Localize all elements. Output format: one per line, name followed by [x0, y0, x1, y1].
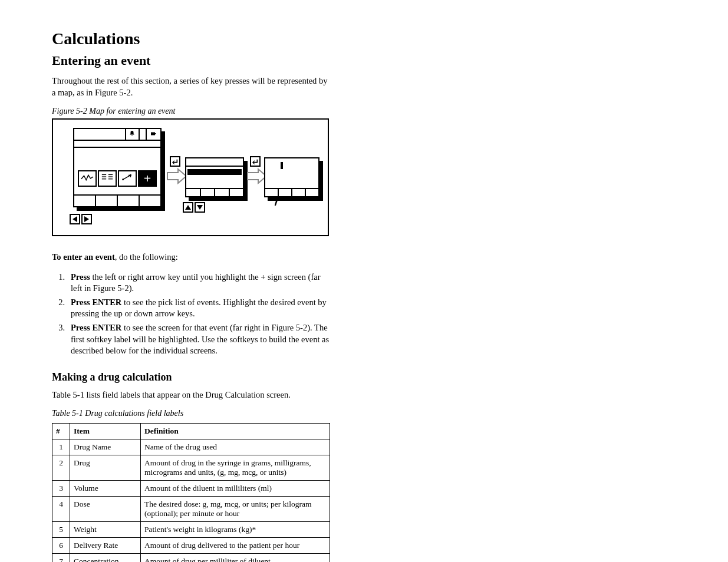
table-caption: Table 5-1 Drug calculations field labels — [52, 409, 330, 418]
tab-vector[interactable] — [118, 170, 137, 187]
plus-icon: + — [144, 172, 151, 185]
tab-plus[interactable]: + — [138, 170, 157, 187]
table-row: 6Delivery RateAmount of drug delivered t… — [52, 538, 330, 554]
table-row: 5WeightPatient's weight in kilograms (kg… — [52, 522, 330, 538]
subsection-paragraph: Table 5-1 lists field labels that appear… — [52, 389, 330, 401]
list-icon — [101, 173, 114, 184]
page-title: Calculations — [52, 29, 330, 48]
svg-line-10 — [123, 175, 131, 179]
screen-event — [264, 157, 319, 197]
arrow-keys-ud — [183, 202, 205, 213]
tab-list[interactable] — [98, 170, 117, 187]
step-1: 1. Press the left or right arrow key unt… — [52, 272, 330, 295]
svg-rect-0 — [151, 133, 155, 135]
drug-table: # Item Definition 1Drug NameName of the … — [52, 423, 330, 562]
table-row: 4DoseThe desired dose: g, mg, mcg, or un… — [52, 497, 330, 522]
arrow-right-icon — [166, 168, 187, 184]
intro-paragraph: Throughout the rest of this section, a s… — [52, 75, 330, 98]
enter-key-icon — [170, 156, 180, 167]
battery-icon — [150, 129, 157, 140]
figure-map: + — [52, 118, 329, 236]
enter-key-icon — [250, 156, 261, 167]
waveform-icon — [81, 173, 94, 184]
picklist-highlight — [187, 169, 242, 175]
bell-icon — [129, 129, 136, 140]
step-3: 3. Press ENTER to see the screen for tha… — [52, 322, 330, 357]
figure-caption: Figure 5-2 Map for entering an event — [52, 107, 330, 116]
tab-waveform[interactable] — [78, 170, 97, 187]
right-arrow-key-icon — [81, 214, 92, 224]
vector-icon — [121, 173, 134, 184]
screen-main: + — [73, 128, 162, 207]
text-cursor-icon — [281, 162, 283, 169]
up-arrow-key-icon — [183, 202, 193, 213]
step-2: 2. Press ENTER to see the pick list of e… — [52, 297, 330, 320]
table-header-row: # Item Definition — [52, 424, 330, 439]
down-arrow-key-icon — [195, 202, 205, 213]
subsection-heading: Making a drug calculation — [52, 371, 330, 384]
instruction-line: To enter an event, do the following: — [52, 252, 330, 263]
screen-picklist — [185, 157, 244, 197]
table-row: 1Drug NameName of the drug used — [52, 439, 330, 455]
table-row: 7ConcentrationAmount of drug per millili… — [52, 554, 330, 562]
subtitle: Entering an event — [52, 53, 330, 68]
table-row: 3VolumeAmount of the diluent in millilit… — [52, 481, 330, 497]
left-arrow-key-icon — [70, 214, 80, 224]
table-row: 2DrugAmount of drug in the syringe in gr… — [52, 455, 330, 481]
svg-rect-1 — [155, 133, 156, 134]
arrow-keys-lr — [70, 214, 92, 224]
